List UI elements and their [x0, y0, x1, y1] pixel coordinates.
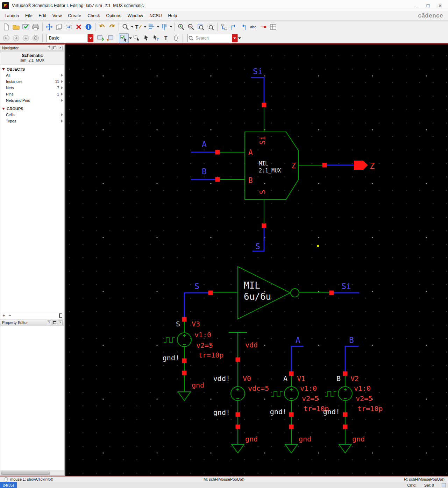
- properties-button[interactable]: [84, 22, 93, 32]
- menu-create[interactable]: Create: [65, 12, 85, 20]
- v1-source-instance[interactable]: A V1 v1:0 v2=5 tr=10p gnd! gnd: [270, 374, 329, 453]
- menu-launch[interactable]: Launch: [1, 12, 22, 20]
- zoom-tool-dropdown-icon[interactable]: [130, 22, 134, 31]
- zoom-forward-icon[interactable]: [11, 33, 21, 43]
- scrollbar-thumb[interactable]: [1, 472, 50, 475]
- expand-all-button[interactable]: +: [2, 313, 5, 318]
- text-style-button[interactable]: T: [134, 22, 143, 32]
- zoom-in-button[interactable]: [176, 22, 186, 32]
- move-button[interactable]: [44, 22, 54, 32]
- section-objects[interactable]: OBJECTS: [0, 66, 64, 72]
- zoom-tool-button[interactable]: [121, 22, 130, 32]
- workspace-combo-value[interactable]: Basic: [47, 34, 88, 42]
- tree-item-types[interactable]: Types: [0, 118, 64, 124]
- property-editor-hscrollbar[interactable]: [0, 471, 64, 475]
- schematic-canvas[interactable]: A B Z Si S MIL 2:1_MUX MIL 6u/6: [65, 44, 448, 476]
- align-button[interactable]: [147, 22, 156, 32]
- zoom-selected-button[interactable]: [206, 22, 215, 32]
- navigator-help-icon[interactable]: ?: [47, 46, 51, 50]
- distribute-button[interactable]: [159, 22, 169, 32]
- load-workspace-button[interactable]: [105, 33, 115, 43]
- pane-toggle-icon[interactable]: [59, 313, 62, 318]
- search-dropdown-icon[interactable]: [232, 34, 237, 42]
- tree-item-all[interactable]: All: [0, 72, 64, 78]
- workspace-combo-dropdown-icon[interactable]: [88, 34, 93, 42]
- navigator-float-icon[interactable]: [52, 46, 57, 50]
- inverter-instance[interactable]: MIL 6u/6u: [211, 267, 332, 319]
- section-groups[interactable]: GROUPS: [0, 106, 64, 112]
- menu-file[interactable]: File: [22, 12, 35, 20]
- net-wires[interactable]: [184, 78, 359, 374]
- copy-button[interactable]: [54, 22, 64, 32]
- tree-item-nets[interactable]: Nets 7: [0, 85, 64, 91]
- mux-instance[interactable]: A B Z Si S MIL 2:1_MUX: [218, 105, 325, 226]
- menu-options[interactable]: Options: [103, 12, 125, 20]
- spreadsheet-button[interactable]: [268, 22, 278, 32]
- search-input[interactable]: [194, 35, 232, 42]
- b-src-label[interactable]: B: [349, 335, 354, 345]
- undo-button[interactable]: [97, 22, 107, 32]
- hierarchy-up-button[interactable]: [229, 22, 239, 32]
- area-select-button[interactable]: [132, 33, 142, 43]
- check-save-button[interactable]: [21, 22, 31, 32]
- property-editor-help-icon[interactable]: ?: [47, 320, 51, 325]
- workspace-combo[interactable]: Basic: [47, 34, 93, 42]
- pin-button[interactable]: [258, 22, 268, 32]
- scroll-down-icon[interactable]: [21, 33, 31, 43]
- menu-ncsu[interactable]: NCSU: [146, 12, 165, 20]
- navigator-close-icon[interactable]: ×: [58, 46, 63, 50]
- align-dropdown-icon[interactable]: [156, 22, 159, 31]
- tree-item-pins[interactable]: Pins 1: [0, 91, 64, 97]
- v3-source-instance[interactable]: S V3 v1:0 v2=5 tr=10p gnd! gnd: [163, 319, 223, 401]
- print-button[interactable]: [31, 22, 41, 32]
- label-abc-button[interactable]: abc: [249, 22, 258, 32]
- search-options-dropdown-icon[interactable]: [238, 34, 241, 43]
- refresh-icon[interactable]: [31, 33, 41, 43]
- v0-source-instance[interactable]: vdd vdd! V0 vdc=5 gnd! gnd: [213, 332, 269, 453]
- s-bot-label[interactable]: S: [255, 242, 260, 251]
- property-editor-close-icon[interactable]: ×: [58, 320, 63, 325]
- menu-help[interactable]: Help: [165, 12, 180, 20]
- status-grid-icon[interactable]: [442, 483, 446, 487]
- save-workspace-button[interactable]: [95, 33, 105, 43]
- menu-window[interactable]: Window: [125, 12, 146, 20]
- tree-item-nets-and-pins[interactable]: Nets and Pins: [0, 97, 64, 104]
- property-editor-title-bar[interactable]: Property Editor ? ×: [0, 319, 64, 326]
- delete-button[interactable]: [74, 22, 84, 32]
- text-select-button[interactable]: T: [161, 33, 171, 43]
- descend-button[interactable]: [219, 22, 229, 32]
- property-editor-float-icon[interactable]: [52, 320, 57, 325]
- open-button[interactable]: [11, 22, 21, 32]
- stretch-button[interactable]: [64, 22, 74, 32]
- navigator-title-bar[interactable]: Navigator ? ×: [0, 45, 64, 51]
- tree-item-cells[interactable]: Cells: [0, 112, 64, 118]
- s-inv-label[interactable]: S: [194, 282, 199, 291]
- redo-button[interactable]: [107, 22, 117, 32]
- mouse-settings-button[interactable]: [171, 33, 181, 43]
- minimize-button[interactable]: –: [410, 1, 422, 10]
- net-labels[interactable]: Si A B S S Si A B: [194, 67, 354, 345]
- search-box[interactable]: [187, 34, 238, 42]
- maximize-button[interactable]: □: [422, 1, 434, 10]
- collapse-all-button[interactable]: −: [9, 313, 12, 318]
- new-document-button[interactable]: [1, 22, 11, 32]
- hierarchy-return-button[interactable]: [239, 22, 249, 32]
- single-select-button[interactable]: [142, 33, 151, 43]
- zoom-out-button[interactable]: [186, 22, 196, 32]
- zoom-back-icon[interactable]: [1, 33, 11, 43]
- menu-view[interactable]: View: [49, 12, 65, 20]
- zoom-fit-button[interactable]: [196, 22, 206, 32]
- a-src-label[interactable]: A: [296, 335, 300, 345]
- a-in-label[interactable]: A: [202, 140, 207, 149]
- text-style-dropdown-icon[interactable]: [143, 22, 147, 31]
- menu-edit[interactable]: Edit: [35, 12, 49, 20]
- b-in-label[interactable]: B: [202, 167, 207, 176]
- select-mode-dropdown-icon[interactable]: [129, 34, 132, 43]
- select-text-button[interactable]: T: [151, 33, 161, 43]
- distribute-dropdown-icon[interactable]: [169, 22, 172, 31]
- tree-item-instances[interactable]: Instances 11: [0, 78, 64, 85]
- si-top-label[interactable]: Si: [253, 67, 263, 76]
- output-pin-z[interactable]: Z: [354, 161, 375, 171]
- v2-source-instance[interactable]: B V2 v1:0 v2=5 tr=10p gnd! gnd: [323, 374, 383, 453]
- select-mode-button[interactable]: [119, 33, 129, 43]
